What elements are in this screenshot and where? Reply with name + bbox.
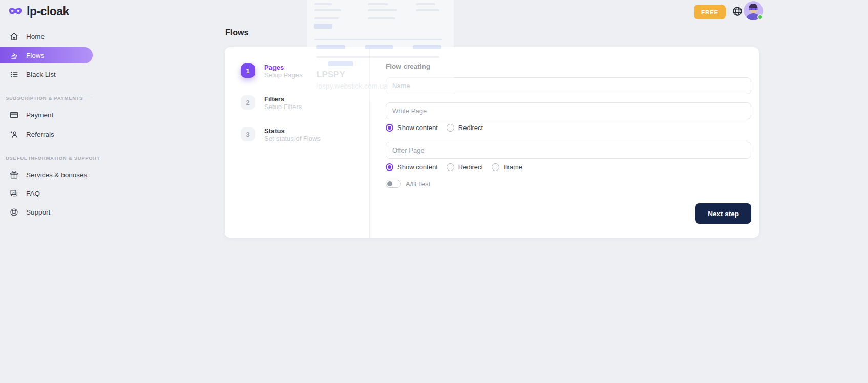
sidebar-item-black-list[interactable]: Black List	[0, 67, 93, 82]
flow-form: Flow creating Show content Redirect Show…	[386, 47, 751, 188]
radio-icon	[447, 124, 454, 132]
radio-icon	[386, 163, 393, 171]
white-page-mode-options: Show content Redirect	[386, 124, 751, 132]
offer-page-mode-options: Show content Redirect Iframe	[386, 163, 751, 171]
flow-creating-card: 1 Pages Setup Pages 2 Filters Setup Filt…	[225, 47, 759, 238]
offer-redirect-radio[interactable]: Redirect	[447, 163, 483, 171]
offer-page-input[interactable]	[386, 142, 751, 159]
sidebar-item-referrals[interactable]: Referrals	[0, 126, 93, 142]
radio-icon	[447, 163, 454, 171]
radio-label: Show content	[397, 163, 438, 171]
step-number: 2	[241, 95, 255, 110]
step-subtitle: Set status of Flows	[264, 135, 321, 143]
sidebar-section-header: USEFUL INFORMATION & SUPPORT	[0, 154, 93, 161]
step-title: Pages	[264, 63, 302, 71]
step-status[interactable]: 3 Status Set status of Flows	[241, 127, 321, 143]
toggle-knob	[387, 181, 392, 186]
sidebar-item-label: Support	[26, 208, 50, 216]
plan-free-badge[interactable]: FREE	[694, 5, 726, 19]
ab-test-toggle-row[interactable]: A/B Test	[386, 180, 751, 188]
step-number: 3	[241, 127, 255, 141]
ab-test-label: A/B Test	[406, 180, 430, 188]
home-icon	[9, 32, 19, 41]
radio-label: Show content	[397, 124, 438, 132]
sidebar-item-support[interactable]: Support	[0, 204, 93, 220]
sidebar-item-label: Flows	[26, 52, 44, 59]
sidebar-item-home[interactable]: Home	[0, 29, 93, 44]
page-title: Flows	[225, 28, 248, 37]
sidebar-item-label: Payment	[26, 111, 53, 119]
white-redirect-radio[interactable]: Redirect	[447, 124, 483, 132]
svg-text:?!: ?!	[12, 190, 15, 194]
radio-label: Redirect	[458, 163, 483, 171]
gift-icon	[9, 170, 19, 180]
sidebar-item-label: Home	[26, 33, 45, 40]
sidebar-item-label: FAQ	[26, 189, 40, 197]
name-input[interactable]	[386, 77, 751, 94]
mask-logo-icon	[8, 6, 23, 18]
flows-icon	[9, 51, 19, 60]
form-title: Flow creating	[386, 62, 751, 71]
app-title: lp-cloak	[27, 5, 69, 18]
payment-icon	[9, 110, 19, 120]
offer-iframe-radio[interactable]: Iframe	[492, 163, 522, 171]
faq-icon: ?!	[9, 188, 19, 198]
radio-icon	[386, 124, 393, 132]
sidebar-item-services-bonuses[interactable]: Services & bonuses	[0, 167, 93, 182]
ab-test-toggle[interactable]	[386, 180, 401, 188]
sidebar-item-label: Black List	[26, 71, 56, 78]
radio-icon	[492, 163, 499, 171]
language-globe-icon[interactable]	[732, 6, 743, 17]
radio-label: Redirect	[458, 124, 483, 132]
sidebar-item-label: Services & bonuses	[26, 171, 87, 179]
white-show-content-radio[interactable]: Show content	[386, 124, 438, 132]
app-logo[interactable]: lp-cloak	[8, 5, 69, 18]
radio-label: Iframe	[503, 163, 522, 171]
sidebar-item-flows[interactable]: Flows	[0, 47, 93, 63]
offer-show-content-radio[interactable]: Show content	[386, 163, 438, 171]
sidebar-section-header: SUBSCRIPTION & PAYMENTS	[0, 94, 93, 101]
card-divider	[369, 47, 370, 238]
sidebar-item-payment[interactable]: Payment	[0, 107, 93, 122]
next-step-button[interactable]: Next step	[695, 203, 751, 224]
white-page-input[interactable]	[386, 102, 751, 119]
support-icon	[9, 207, 19, 217]
sidebar-item-faq[interactable]: ?! FAQ	[0, 185, 93, 201]
referrals-icon	[9, 130, 19, 139]
blacklist-icon	[9, 70, 19, 79]
step-title: Filters	[264, 95, 302, 103]
step-number: 1	[241, 63, 255, 78]
step-pages[interactable]: 1 Pages Setup Pages	[241, 63, 302, 79]
online-status-dot	[757, 14, 763, 20]
step-subtitle: Setup Filters	[264, 103, 302, 111]
sidebar: lp-cloak Home Flows Black List	[0, 0, 102, 383]
step-title: Status	[264, 127, 321, 135]
step-subtitle: Setup Pages	[264, 71, 302, 79]
step-filters[interactable]: 2 Filters Setup Filters	[241, 95, 302, 111]
sidebar-item-label: Referrals	[26, 131, 54, 138]
